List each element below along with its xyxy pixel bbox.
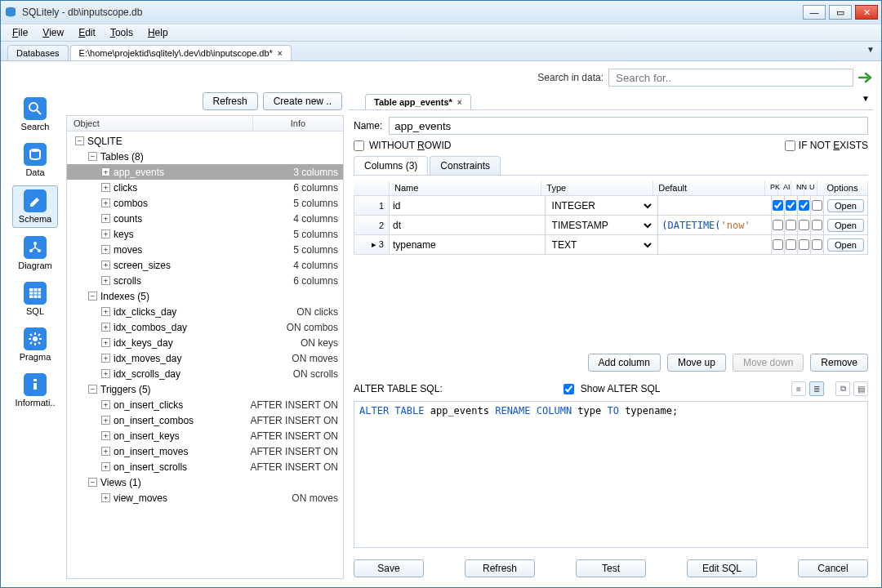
nav-info[interactable]: Informati..: [12, 370, 58, 411]
nav-diagram[interactable]: Diagram: [12, 233, 58, 274]
sql-box[interactable]: ALTER TABLE app_events RENAME COLUMN typ…: [354, 401, 868, 548]
menu-help[interactable]: Help: [141, 25, 175, 40]
test-button[interactable]: Test: [576, 559, 646, 577]
tree-view[interactable]: Object Info −SQLITE−Tables (8)+app_event…: [66, 115, 344, 579]
tree-node[interactable]: −Views (1): [67, 474, 343, 490]
edit-sql-button[interactable]: Edit SQL: [687, 559, 757, 577]
col-ai-checkbox[interactable]: [786, 220, 796, 230]
col-u-checkbox[interactable]: [812, 239, 822, 250]
row-header[interactable]: ▸ 3: [354, 235, 390, 255]
menu-edit[interactable]: Edit: [72, 25, 102, 40]
if-not-exists-checkbox[interactable]: [785, 140, 795, 151]
tree-node[interactable]: +idx_scrolls_dayON scrolls: [67, 366, 343, 381]
nav-search[interactable]: Search: [12, 94, 58, 135]
nav-pragma[interactable]: Pragma: [12, 324, 58, 365]
refresh-button[interactable]: Refresh: [203, 92, 258, 110]
tree-node[interactable]: −Tables (8): [67, 149, 343, 164]
tree-node[interactable]: +on_insert_movesAFTER INSERT ON: [67, 443, 343, 459]
tree-node[interactable]: −Triggers (5): [67, 381, 343, 397]
add-column-button[interactable]: Add column: [588, 354, 661, 372]
save-button[interactable]: Save: [354, 559, 424, 577]
move-down-button[interactable]: Move down: [733, 354, 804, 372]
search-go-icon[interactable]: [858, 71, 873, 84]
subtab-constraints[interactable]: Constraints: [430, 156, 501, 175]
col-nn-checkbox[interactable]: [799, 200, 809, 211]
tab-databases[interactable]: Databases: [7, 45, 69, 60]
column-row[interactable]: ▸ 3 TEXT Open: [354, 235, 868, 255]
cancel-button[interactable]: Cancel: [798, 559, 868, 577]
minimize-button[interactable]: —: [803, 5, 826, 20]
show-alter-checkbox[interactable]: [564, 384, 574, 394]
without-rowid-checkbox[interactable]: [354, 140, 364, 151]
tree-node[interactable]: +idx_combos_dayON combos: [67, 319, 343, 335]
list-view-icon[interactable]: ≡: [791, 381, 806, 396]
col-name-input[interactable]: [393, 239, 541, 251]
row-header[interactable]: 2: [354, 216, 390, 235]
tree-node[interactable]: +combos5 columns: [67, 195, 343, 211]
remove-column-button[interactable]: Remove: [810, 354, 868, 372]
tree-node[interactable]: +idx_clicks_dayON clicks: [67, 304, 343, 319]
tree-node[interactable]: +on_insert_combosAFTER INSERT ON: [67, 412, 343, 428]
col-type-select[interactable]: INTEGER: [549, 199, 655, 212]
col-type-select[interactable]: TEXT: [549, 238, 655, 252]
nav-schema[interactable]: Schema: [12, 185, 58, 228]
editor-tab[interactable]: Table app_events* ×: [365, 94, 471, 109]
nav-sql[interactable]: SQL: [12, 278, 58, 319]
move-up-button[interactable]: Move up: [667, 354, 726, 372]
col-default-cell[interactable]: [658, 235, 772, 255]
tree-node[interactable]: +idx_moves_dayON moves: [67, 350, 343, 366]
column-row[interactable]: 2 TIMESTAMP (DATETIME('now' Open: [354, 216, 868, 235]
tree-node[interactable]: +clicks6 columns: [67, 180, 343, 195]
col-u-checkbox[interactable]: [812, 200, 822, 211]
menu-view[interactable]: View: [36, 25, 70, 40]
col-default-cell[interactable]: (DATETIME('now': [658, 216, 772, 235]
maximize-button[interactable]: ▭: [829, 5, 852, 20]
col-default-cell[interactable]: [658, 196, 772, 216]
save-file-icon[interactable]: ▤: [853, 381, 868, 396]
tree-node[interactable]: +screen_sizes4 columns: [67, 257, 343, 273]
col-pk-checkbox[interactable]: [773, 200, 783, 211]
tree-node[interactable]: +on_insert_keysAFTER INSERT ON: [67, 428, 343, 443]
col-pk-checkbox[interactable]: [773, 220, 783, 230]
tab-dropdown-icon[interactable]: ▼: [866, 45, 875, 54]
tab-file[interactable]: E:\home\projektid\sqlitely\.dev\db\input…: [70, 45, 292, 60]
tree-header-info[interactable]: Info: [253, 116, 343, 131]
search-input[interactable]: [608, 69, 853, 87]
tree-node[interactable]: +app_events3 columns: [67, 164, 343, 180]
nav-data[interactable]: Data: [12, 140, 58, 180]
col-ai-checkbox[interactable]: [786, 200, 796, 211]
col-type-select[interactable]: TIMESTAMP: [549, 219, 655, 232]
col-nn-checkbox[interactable]: [799, 239, 809, 250]
col-name-input[interactable]: [393, 200, 541, 212]
col-open-button[interactable]: Open: [827, 238, 864, 252]
tree-node[interactable]: −SQLITE: [67, 133, 343, 149]
col-open-button[interactable]: Open: [827, 199, 864, 212]
col-u-checkbox[interactable]: [812, 220, 822, 230]
wrap-view-icon[interactable]: ≣: [809, 381, 824, 396]
tree-node[interactable]: +on_insert_clicksAFTER INSERT ON: [67, 397, 343, 412]
tree-node[interactable]: +counts4 columns: [67, 211, 343, 226]
copy-icon[interactable]: ⧉: [835, 381, 850, 396]
menu-tools[interactable]: Tools: [104, 25, 140, 40]
close-editor-tab-icon[interactable]: ×: [457, 98, 462, 107]
tree-node[interactable]: −Indexes (5): [67, 288, 343, 304]
tree-node[interactable]: +moves5 columns: [67, 242, 343, 257]
tree-node[interactable]: +idx_keys_dayON keys: [67, 335, 343, 350]
close-tab-icon[interactable]: ×: [278, 49, 283, 58]
col-nn-checkbox[interactable]: [799, 220, 809, 230]
menu-file[interactable]: File: [6, 25, 34, 40]
table-name-input[interactable]: [389, 117, 868, 135]
refresh-editor-button[interactable]: Refresh: [465, 559, 535, 577]
tree-node[interactable]: +on_insert_scrollsAFTER INSERT ON: [67, 459, 343, 474]
col-name-input[interactable]: [393, 220, 541, 231]
tree-node[interactable]: +keys5 columns: [67, 226, 343, 242]
col-open-button[interactable]: Open: [827, 219, 864, 232]
subtab-columns[interactable]: Columns (3): [354, 156, 428, 175]
tree-header-object[interactable]: Object: [67, 116, 253, 131]
close-button[interactable]: ✕: [855, 5, 878, 20]
row-header[interactable]: 1: [354, 196, 390, 216]
col-ai-checkbox[interactable]: [786, 239, 796, 250]
column-row[interactable]: 1 INTEGER Open: [354, 196, 868, 216]
tree-node[interactable]: +view_movesON moves: [67, 490, 343, 506]
create-new-button[interactable]: Create new ..: [263, 92, 342, 110]
